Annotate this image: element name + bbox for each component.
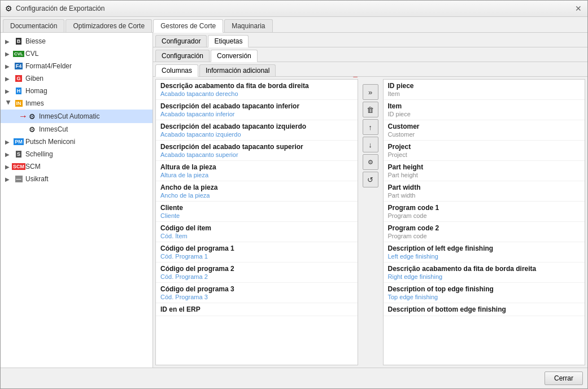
list-item-sub: Cód. Programa 3: [160, 294, 353, 300]
split-button[interactable]: ⚙: [363, 154, 378, 170]
list-item[interactable]: Descrição acabamento da fita de borda di…: [156, 80, 358, 100]
right-list-item[interactable]: Part height Part height: [384, 161, 585, 181]
right-list-title: Project: [388, 143, 581, 151]
list-item[interactable]: Código del programa 3 Cód. Programa 3: [156, 283, 358, 303]
middle-controls: ➔ » 🗑 ↑ ↓ ⚙ ↺: [360, 79, 381, 365]
sidebar-item-schelling[interactable]: ▶ S Schelling: [1, 148, 153, 160]
window-title: Configuración de Exportación: [16, 5, 104, 12]
list-item[interactable]: Ancho de la pieza Ancho de la pieza: [156, 181, 358, 202]
right-list-title: Part height: [388, 163, 581, 171]
list-item[interactable]: Descripción del acabado tapacanto inferi…: [156, 100, 358, 120]
tab-conversion[interactable]: Conversión: [211, 50, 258, 62]
refresh-button[interactable]: ↺: [363, 172, 378, 187]
usikraft-icon: —: [14, 174, 23, 183]
close-button[interactable]: Cerrar: [545, 371, 583, 385]
list-item[interactable]: ID en el ERP: [156, 303, 358, 316]
scm-icon: SCM: [14, 162, 23, 171]
sidebar-item-usikraft[interactable]: ▶ — Usikraft: [1, 173, 153, 185]
list-item[interactable]: Descripción del acabado tapacanto superi…: [156, 141, 358, 161]
sidebar-item-scm[interactable]: ▶ SCM SCM: [1, 160, 153, 173]
list-item-sub: Acabado tapacanto derecho: [160, 90, 353, 97]
panels-row: Descrição acabamento da fita de borda di…: [153, 77, 587, 368]
right-list-sub: Top edge finishing: [388, 294, 581, 300]
right-list-item[interactable]: Item ID piece: [384, 100, 585, 120]
tab-documentacion[interactable]: Documentación: [3, 19, 64, 32]
tab-optimizadores[interactable]: Optimizadores de Corte: [66, 19, 152, 32]
list-item-title: Descrição acabamento da fita de borda di…: [160, 82, 353, 90]
tab-maquinaria[interactable]: Maquinaria: [224, 19, 272, 32]
sidebar-label: Usikraft: [25, 175, 49, 183]
right-list-sub: Right edge finishing: [388, 273, 581, 280]
collapse-arrow: ▶: [5, 38, 12, 45]
list-item[interactable]: Código del programa 1 Cód. Programa 1: [156, 242, 358, 263]
collapse-arrow: ▶: [5, 76, 12, 82]
tab-gestores[interactable]: Gestores de Corte: [153, 19, 223, 33]
sidebar-label: Biesse: [25, 37, 46, 45]
sidebar-item-format4[interactable]: ▶ F4 Format4/Felder: [1, 60, 153, 72]
list-item-sub: Cód. Programa 2: [160, 273, 353, 280]
gear-icon: ⚙: [5, 4, 12, 13]
list-item[interactable]: Código del programa 2 Cód. Programa 2: [156, 263, 358, 283]
right-list-item[interactable]: Description of top edge finishing Top ed…: [384, 283, 585, 303]
right-list-item[interactable]: Part width Part width: [384, 181, 585, 202]
left-column-list: Descrição acabamento da fita de borda di…: [155, 79, 358, 365]
right-list-item[interactable]: Description of bottom edge finishing: [384, 303, 585, 316]
footer: Cerrar: [1, 368, 587, 388]
list-item-sub: Acabado tapacanto inferior: [160, 111, 353, 117]
list-item[interactable]: Altura de la pieza Altura de la pieza: [156, 161, 358, 181]
right-list-item[interactable]: ID piece Item: [384, 80, 585, 100]
collapse-arrow: ▶: [6, 100, 12, 107]
move-up-button[interactable]: ↑: [363, 119, 378, 135]
right-list-item[interactable]: Customer Customer: [384, 120, 585, 141]
sidebar-label: Homag: [25, 87, 47, 95]
sidebar-item-inmescut[interactable]: ⚙ InmesCut: [1, 123, 153, 136]
list-item-title: Cliente: [160, 204, 353, 212]
window-close-button[interactable]: ✕: [574, 4, 583, 13]
collapse-arrow: ▶: [5, 176, 12, 182]
collapse-arrow: ▶: [5, 139, 12, 145]
sidebar-item-inmescut-auto[interactable]: → ⚙ InmesCut Automatic: [1, 110, 153, 123]
list-item-sub: Cód. Programa 1: [160, 253, 353, 260]
list-item-title: ID en el ERP: [160, 305, 353, 313]
right-list-item[interactable]: Program code 2 Program code: [384, 222, 585, 242]
right-list-title: Item: [388, 102, 581, 110]
tab-etiquetas[interactable]: Etiquetas: [208, 35, 249, 47]
sidebar-label: InmesCut: [39, 125, 68, 133]
sidebar-item-cvl[interactable]: ▶ CVL CVL: [1, 47, 153, 60]
sidebar-item-giben[interactable]: ▶ G Giben: [1, 72, 153, 85]
list-item[interactable]: Descripción del acabado tapacanto izquie…: [156, 120, 358, 141]
sidebar-item-putsch[interactable]: ▶ PM Putsch Meniconi: [1, 136, 153, 148]
collapse-arrow: →: [19, 111, 25, 121]
list-item-sub: Acabado tapacanto izquierdo: [160, 131, 353, 138]
list-item-title: Altura de la pieza: [160, 163, 353, 171]
sidebar-item-homag[interactable]: ▶ H Homag: [1, 85, 153, 97]
schelling-icon: S: [14, 150, 23, 159]
right-list-title: Program code 2: [388, 224, 581, 232]
homag-icon: H: [14, 86, 23, 95]
main-window: ⚙ Configuración de Exportación ✕ Documen…: [0, 0, 588, 389]
tab-configuracion[interactable]: Configuración: [155, 50, 210, 62]
move-down-button[interactable]: ↓: [363, 137, 378, 152]
delete-button[interactable]: 🗑: [363, 102, 378, 117]
list-item[interactable]: Código del ítem Cód. Ítem: [156, 222, 358, 242]
right-list-title: Description of bottom edge finishing: [388, 305, 581, 313]
title-bar-left: ⚙ Configuración de Exportación: [5, 4, 104, 13]
list-item-title: Código del programa 1: [160, 244, 353, 252]
right-list-item[interactable]: Project Project: [384, 141, 585, 161]
sidebar-label: InmesCut Automatic: [39, 112, 99, 120]
sidebar-item-inmes[interactable]: ▶ IN Inmes: [1, 97, 153, 110]
right-list-item[interactable]: Description of left edge finishing Left …: [384, 242, 585, 263]
right-list-title: ID piece: [388, 82, 581, 90]
right-panel: Configurador Etiquetas Configuración Con…: [153, 33, 587, 368]
right-list-item[interactable]: Descrição acabamento da fita de borda di…: [384, 263, 585, 283]
tab-configurador[interactable]: Configurador: [155, 35, 207, 47]
tab-columnas[interactable]: Columnas: [155, 64, 198, 77]
list-item[interactable]: Cliente Cliente: [156, 202, 358, 222]
right-list-item[interactable]: Program code 1 Program code: [384, 202, 585, 222]
list-item-title: Descripción del acabado tapacanto izquie…: [160, 123, 353, 130]
add-all-button[interactable]: »: [363, 84, 378, 100]
tab-info-adicional[interactable]: Información adicional: [199, 64, 276, 76]
sidebar-item-biesse[interactable]: ▶ B Biesse: [1, 35, 153, 47]
right-list-sub: Customer: [388, 131, 581, 138]
sidebar-label: Schelling: [25, 150, 53, 158]
